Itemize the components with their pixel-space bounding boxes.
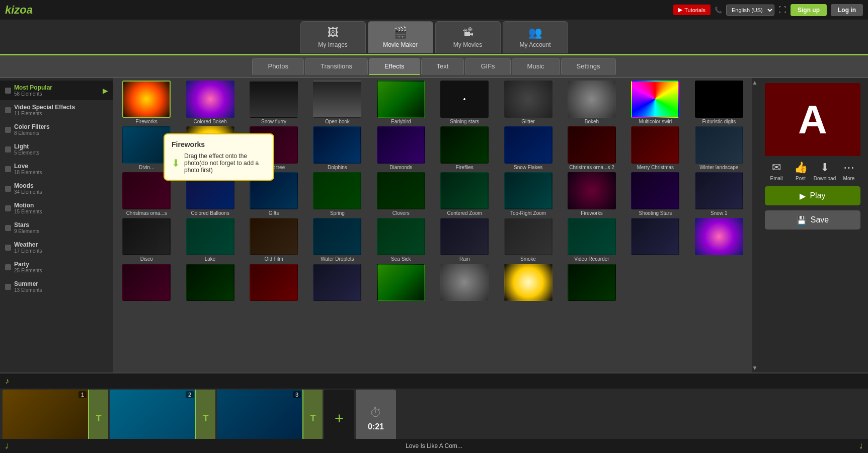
effect-item-water-droplets[interactable]: Water Droplets bbox=[306, 218, 368, 262]
sidebar-item-party[interactable]: Party 25 Elements bbox=[0, 257, 113, 277]
sidebar-item-moods[interactable]: Moods 34 Elements bbox=[0, 179, 113, 198]
effect-item-row4-3[interactable] bbox=[116, 264, 177, 302]
effect-item-spring[interactable]: Spring bbox=[306, 172, 368, 216]
section-tab-effects[interactable]: Effects bbox=[369, 58, 420, 75]
effect-item-row4-6[interactable] bbox=[306, 264, 368, 302]
effect-item-shining-stars[interactable]: Shining stars bbox=[434, 81, 495, 124]
effect-item-dolphins[interactable]: Dolphins bbox=[306, 126, 368, 170]
effect-item-row4-2[interactable] bbox=[688, 218, 750, 262]
timeline-video-video-2[interactable]: 3.00s2T bbox=[110, 390, 215, 439]
effect-item-earlybird[interactable]: Earlybird bbox=[370, 81, 432, 124]
effect-item-smoke[interactable]: Smoke bbox=[497, 218, 559, 262]
timeline-video-video-1[interactable]: 9.00s1T bbox=[3, 390, 108, 439]
effect-thumb-futuristic-digits bbox=[695, 81, 743, 118]
effect-item-row4-7[interactable] bbox=[370, 264, 432, 302]
effect-item-fireflies[interactable]: Fireflies bbox=[434, 126, 495, 170]
effect-item-clovers[interactable]: Clovers bbox=[370, 172, 432, 216]
effect-thumb-winter-landscape bbox=[695, 126, 743, 164]
effect-item-open-book[interactable]: Open book bbox=[306, 81, 368, 124]
save-button[interactable]: 💾 Save bbox=[765, 210, 860, 230]
log-in-button[interactable]: Log in bbox=[831, 4, 863, 16]
effect-item-winter-landscape[interactable]: Winter landscape bbox=[688, 126, 750, 170]
effect-item-row4-9[interactable] bbox=[497, 264, 559, 302]
effect-item-futuristic-digits[interactable]: Futuristic digits bbox=[688, 81, 750, 124]
effect-item-sea-sick[interactable]: Sea Sick bbox=[370, 218, 432, 262]
timeline-video-video-3[interactable]: 9.00s3T bbox=[217, 390, 323, 439]
effect-item-row4-10[interactable] bbox=[561, 264, 622, 302]
effect-item-top-right-zoom[interactable]: Top-Right Zoom bbox=[497, 172, 559, 216]
action-btn-email[interactable]: ✉ Email bbox=[766, 161, 786, 181]
effect-item-row4-8[interactable] bbox=[434, 264, 495, 302]
timeline-text-btn-video-1[interactable]: T bbox=[88, 390, 108, 439]
sidebar-item-most-popular[interactable]: Most Popular 58 Elements ▶ bbox=[0, 81, 113, 100]
section-tab-settings[interactable]: Settings bbox=[561, 58, 616, 74]
timeline-text-btn-video-2[interactable]: T bbox=[195, 390, 215, 439]
section-tab-gifs[interactable]: GIFs bbox=[465, 58, 510, 74]
effect-label-dolphins: Dolphins bbox=[328, 165, 347, 170]
effect-thumb-spring bbox=[313, 172, 361, 209]
section-tab-text[interactable]: Text bbox=[421, 58, 464, 74]
sidebar-item-motion[interactable]: Motion 15 Elements bbox=[0, 198, 113, 218]
effect-item-centered-zoom[interactable]: Centered Zoom bbox=[434, 172, 495, 216]
effect-item-lake[interactable]: Lake bbox=[179, 218, 241, 262]
effect-label-colored-balloons: Colored Balloons bbox=[191, 210, 229, 216]
nav-tab-my-movies[interactable]: 📽My Movies bbox=[435, 21, 501, 53]
effect-item-row4-4[interactable] bbox=[179, 264, 241, 302]
effect-item-colored-bokeh[interactable]: Colored Bokeh bbox=[179, 81, 241, 124]
action-btn-post[interactable]: 👍 Post bbox=[791, 161, 811, 181]
effect-item-row4-1[interactable] bbox=[624, 218, 686, 262]
effect-label-clovers: Clovers bbox=[392, 210, 410, 216]
sidebar-item-color-filters[interactable]: Color Filters 8 Elements bbox=[0, 120, 113, 139]
effect-item-video-recorder[interactable]: Video Recorder bbox=[561, 218, 622, 262]
sidebar-item-light[interactable]: Light 5 Elements bbox=[0, 139, 113, 159]
nav-tab-movie-maker[interactable]: 🎬Movie Maker bbox=[368, 21, 433, 53]
sidebar-item-summer[interactable]: Summer 13 Elements bbox=[0, 277, 113, 296]
effect-item-snow1[interactable]: Snow 1 bbox=[688, 172, 750, 216]
effect-item-merry-xmas[interactable]: Merry Christmas bbox=[624, 126, 686, 170]
action-btn-more[interactable]: ⋯ More bbox=[839, 161, 859, 181]
effect-item-fireworks2[interactable]: Fireworks bbox=[561, 172, 622, 216]
effect-item-disco[interactable]: Disco bbox=[116, 218, 177, 262]
effect-thumb-row4-3 bbox=[122, 264, 171, 301]
effect-item-fireworks[interactable]: Fireworks bbox=[116, 81, 177, 124]
effect-item-snow-flakes[interactable]: Snow Flakes bbox=[497, 126, 559, 170]
effect-item-glitter[interactable]: Glitter bbox=[497, 81, 559, 124]
nav-tab-my-account[interactable]: 👥My Account bbox=[503, 21, 568, 53]
effect-item-row4-5[interactable] bbox=[243, 264, 304, 302]
action-label-more: More bbox=[843, 176, 855, 181]
section-tab-transitions[interactable]: Transitions bbox=[305, 58, 368, 74]
effect-item-bokeh[interactable]: Bokeh bbox=[561, 81, 622, 124]
sign-up-button[interactable]: Sign up bbox=[791, 4, 827, 16]
section-tab-photos[interactable]: Photos bbox=[252, 58, 303, 74]
sidebar-dot-color-filters bbox=[5, 127, 11, 133]
sidebar-item-count-party: 25 Elements bbox=[14, 268, 42, 273]
sidebar-item-count-motion: 15 Elements bbox=[14, 209, 42, 214]
add-video-button[interactable]: + bbox=[324, 390, 354, 439]
effect-label-christmas-orna2: Christmas orna...s 2 bbox=[569, 165, 614, 170]
sidebar-item-weather[interactable]: Weather 17 Elements bbox=[0, 238, 113, 257]
nav-tab-my-images[interactable]: 🖼My Images bbox=[300, 21, 366, 53]
effect-label-shooting-stars: Shooting Stars bbox=[639, 210, 672, 216]
action-btn-download[interactable]: ⬇ Download bbox=[815, 161, 835, 181]
effect-item-christmas-orna2[interactable]: Christmas orna...s 2 bbox=[561, 126, 622, 170]
sidebar-item-video-special[interactable]: Video Special Effects 11 Elements bbox=[0, 100, 113, 120]
sidebar-item-stars[interactable]: Stars 9 Elements bbox=[0, 218, 113, 238]
effect-thumb-fireflies bbox=[440, 126, 489, 164]
action-icon-more: ⋯ bbox=[843, 161, 854, 174]
effect-item-old-film[interactable]: Old Film bbox=[243, 218, 304, 262]
section-tab-music[interactable]: Music bbox=[512, 58, 560, 74]
play-button[interactable]: ▶ Play bbox=[765, 186, 860, 205]
language-select[interactable]: English (US) bbox=[726, 5, 774, 16]
tutorials-button[interactable]: ▶ Tutorials bbox=[673, 5, 711, 15]
plus-icon: + bbox=[335, 409, 344, 428]
tooltip-content: ⬇ Drag the effect onto the photo(do not … bbox=[172, 153, 266, 174]
effect-item-multicolor-swirl[interactable]: Multicolor swirl bbox=[624, 81, 686, 124]
effect-item-snow-flurry[interactable]: Snow flurry bbox=[243, 81, 304, 124]
sidebar-item-label-moods: Moods bbox=[14, 182, 34, 189]
effect-item-rain[interactable]: Rain bbox=[434, 218, 495, 262]
effect-label-glitter: Glitter bbox=[521, 119, 535, 124]
effect-item-diamonds[interactable]: Diamonds bbox=[370, 126, 432, 170]
timeline-text-btn-video-3[interactable]: T bbox=[302, 390, 323, 439]
sidebar-item-love[interactable]: Love 18 Elements bbox=[0, 159, 113, 179]
effect-item-shooting-stars[interactable]: Shooting Stars bbox=[624, 172, 686, 216]
